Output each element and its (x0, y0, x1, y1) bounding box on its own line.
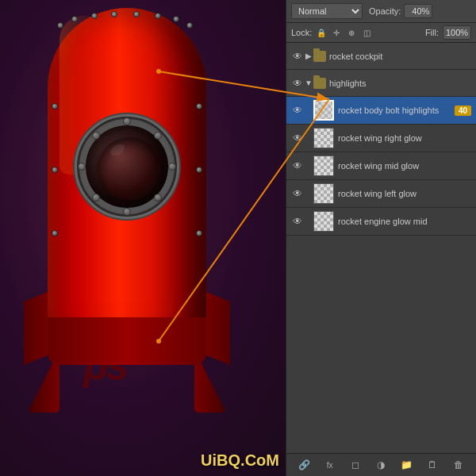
new-layer-button[interactable]: 🗒 (425, 458, 440, 472)
rocket-body: ps (48, 8, 206, 341)
visibility-toggle[interactable]: 👁 (291, 187, 304, 200)
body-bolt (155, 13, 161, 19)
body-bolt (196, 103, 202, 109)
visibility-toggle[interactable]: 👁 (291, 132, 304, 144)
layer-name: rocket wing right glow (338, 133, 471, 143)
layer-thumbnail (313, 211, 334, 232)
rocket-base (48, 317, 206, 365)
body-bolt (133, 11, 140, 17)
fill-label: Fill: (425, 28, 439, 37)
uibq-watermark: UiBQ.CoM (201, 451, 279, 470)
fill-input[interactable] (443, 25, 471, 40)
layer-badge: 40 (455, 106, 471, 116)
transform-icon[interactable]: ⊕ (346, 27, 357, 38)
fx-button[interactable]: fx (323, 458, 337, 472)
porthole (79, 119, 175, 214)
layer-item[interactable]: 👁 rocket wing left glow (286, 180, 476, 208)
canvas-area: ps (0, 0, 294, 476)
layer-item[interactable]: 👁 rocket engine glow mid (286, 208, 476, 236)
body-bolt (57, 22, 63, 29)
layer-thumbnail (313, 100, 334, 121)
layer-name: rocket cockpit (329, 52, 471, 61)
delete-layer-button[interactable]: 🗑 (451, 458, 466, 472)
layers-panel: Normal Opacity: Lock: 🔒 ✛ ⊕ ◫ Fill: 👁 ▶ … (286, 0, 476, 476)
layer-name: highlights (329, 79, 471, 88)
layer-thumbnail (313, 155, 334, 176)
body-bolt (196, 230, 202, 236)
lock-icon[interactable]: 🔒 (316, 27, 327, 38)
porthole-bolt (154, 132, 162, 140)
body-bolt (71, 16, 78, 22)
new-group-button[interactable]: 📁 (400, 458, 414, 472)
porthole-bolt (92, 132, 100, 140)
opacity-input[interactable] (404, 4, 432, 18)
rocket: ps (24, 0, 230, 476)
body-bolt (52, 103, 58, 109)
layers-list[interactable]: 👁 ▶ rocket cockpit 👁 ▼ highlights 👁 rock… (286, 43, 476, 453)
layer-thumbnail (313, 183, 334, 204)
visibility-toggle[interactable]: 👁 (291, 104, 304, 117)
move-icon[interactable]: ✛ (331, 27, 342, 38)
layer-thumbnail (313, 128, 334, 148)
porthole-bolt (78, 163, 86, 171)
body-bolt (111, 11, 117, 17)
porthole-bolt (123, 208, 131, 216)
panel-bottom-bar: 🔗 fx ◻ ◑ 📁 🗒 🗑 (286, 453, 476, 476)
expand-icon[interactable]: ▶ (304, 52, 313, 61)
lock-fill-bar: Lock: 🔒 ✛ ⊕ ◫ Fill: (286, 23, 476, 43)
porthole-bolt (168, 163, 176, 171)
visibility-toggle[interactable]: 👁 (291, 215, 304, 228)
visibility-toggle[interactable]: 👁 (291, 50, 304, 63)
artboard-icon[interactable]: ◫ (361, 27, 372, 38)
layer-item[interactable]: 👁 ▶ rocket cockpit (286, 43, 476, 70)
opacity-label: Opacity: (369, 6, 401, 16)
blend-mode-select[interactable]: Normal (291, 3, 363, 19)
body-bolt (52, 230, 58, 236)
body-bolt (91, 13, 98, 19)
layer-item[interactable]: 👁 rocket body bolt highlights 40 (286, 97, 476, 125)
layer-item[interactable]: 👁 rocket wing right glow (286, 125, 476, 152)
porthole-bolt (154, 194, 162, 202)
layer-name: rocket wing mid glow (338, 161, 471, 171)
folder-icon (313, 78, 326, 89)
mask-button[interactable]: ◻ (348, 458, 363, 472)
porthole-bolt (92, 194, 100, 202)
visibility-toggle[interactable]: 👁 (291, 77, 304, 90)
body-bolt (52, 167, 58, 173)
folder-icon (313, 51, 326, 62)
link-button[interactable]: 🔗 (297, 458, 311, 472)
porthole-bolt (123, 117, 131, 125)
porthole-sphere (98, 137, 161, 201)
body-bolt (173, 16, 179, 22)
layer-item[interactable]: 👁 ▼ highlights (286, 70, 476, 97)
lock-label: Lock: (291, 28, 312, 37)
layer-name: rocket body bolt highlights (338, 106, 451, 115)
layer-name: rocket engine glow mid (338, 217, 471, 226)
body-bolt (186, 22, 193, 29)
adjustment-button[interactable]: ◑ (374, 458, 388, 472)
blend-opacity-bar: Normal Opacity: (286, 0, 476, 23)
layer-item[interactable]: 👁 rocket wing mid glow (286, 152, 476, 180)
body-bolt (196, 167, 202, 173)
layer-name: rocket wing left glow (338, 189, 471, 198)
visibility-toggle[interactable]: 👁 (291, 159, 304, 172)
expand-icon[interactable]: ▼ (304, 79, 313, 88)
